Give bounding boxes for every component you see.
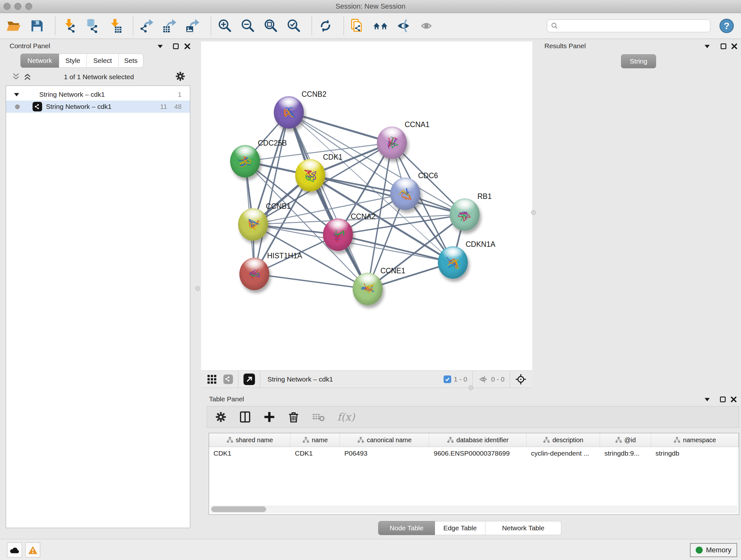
network-edge[interactable] [289, 112, 367, 289]
table-cell[interactable]: CDK1 [209, 447, 290, 460]
protein-structure-thumbnail [245, 216, 262, 234]
control-tab-select[interactable]: Select [87, 54, 119, 68]
help-button[interactable]: ? [719, 18, 735, 34]
save-session-button[interactable] [29, 18, 45, 34]
network-node-HIST1H1A[interactable] [239, 258, 269, 290]
network-edge-count: 48 [174, 103, 182, 111]
network-node-CCNB2[interactable] [274, 96, 304, 129]
tab-string[interactable]: String [621, 54, 656, 68]
column-header-namespace[interactable]: namespace [651, 433, 739, 447]
table-panel-close-button[interactable] [730, 396, 737, 403]
first-neighbors-button[interactable] [373, 18, 388, 34]
table-panel-menu-button[interactable] [704, 397, 711, 402]
network-options-gear-icon[interactable] [175, 71, 186, 82]
results-panel-menu-button[interactable] [704, 44, 711, 49]
table-row[interactable]: CDK1CDK1P064939606.ENSP00000378699cyclin… [209, 447, 739, 460]
tab-node-table[interactable]: Node Table [378, 521, 435, 535]
collapse-all-networks-icon[interactable] [11, 72, 20, 81]
table-panel-float-button[interactable] [719, 396, 726, 403]
column-header-canonical-name[interactable]: canonical name [340, 433, 429, 447]
table-cell[interactable]: stringdb:9... [600, 447, 651, 460]
table-options-gear-icon[interactable] [215, 411, 227, 423]
selected-checkbox[interactable] [444, 375, 451, 383]
birdseye-toggle-icon[interactable] [515, 374, 527, 385]
column-header-description[interactable]: description [527, 433, 600, 447]
zoom-fit-button[interactable] [263, 18, 278, 34]
column-header-database-identifier[interactable]: database identifier [429, 433, 527, 447]
show-grid-icon[interactable] [207, 374, 217, 384]
show-columns-icon[interactable] [239, 411, 251, 423]
network-node-CCNB1[interactable] [238, 208, 268, 241]
column-header-name[interactable]: name [290, 433, 340, 447]
network-node-CCNA1[interactable] [377, 126, 407, 159]
network-share-badge[interactable] [223, 374, 233, 384]
tab-network-table[interactable]: Network Table [485, 521, 561, 535]
control-tab-style[interactable]: Style [59, 54, 87, 68]
expand-all-networks-icon[interactable] [23, 72, 32, 81]
tree-collapse-icon[interactable] [14, 92, 19, 97]
open-session-button[interactable] [6, 18, 22, 34]
control-panel-float-button[interactable] [172, 43, 179, 50]
import-table-from-file-button[interactable] [107, 18, 123, 34]
network-tree-root-row[interactable]: String Network – cdk1 1 [6, 88, 190, 101]
new-network-from-selection-button[interactable] [350, 18, 365, 34]
svg-text:?: ? [724, 20, 730, 31]
export-network-button[interactable] [139, 18, 154, 34]
hidden-items-icon[interactable] [478, 374, 488, 384]
export-image-button[interactable] [185, 18, 200, 34]
table-cell[interactable]: P06493 [340, 447, 429, 460]
add-column-icon[interactable] [263, 411, 275, 423]
import-network-from-file-button[interactable] [61, 18, 77, 34]
table-horizontal-scrollbar[interactable] [210, 505, 738, 513]
table-cell[interactable]: 9606.ENSP00000378699 [429, 447, 527, 460]
tab-edge-table[interactable]: Edge Table [435, 521, 485, 535]
column-header-shared-name[interactable]: shared name [209, 433, 290, 447]
network-node-CDKN1A[interactable] [438, 246, 468, 279]
table-cell[interactable]: stringdb [651, 447, 739, 460]
search-input[interactable] [561, 22, 707, 30]
detach-view-button[interactable] [244, 374, 255, 385]
table-cell[interactable]: cyclin-dependent ... [527, 447, 600, 460]
results-panel-float-button[interactable] [720, 43, 727, 50]
column-header-label: namespace [683, 436, 716, 444]
network-tree-child-row[interactable]: String Network – cdk1 11 48 [6, 101, 190, 113]
network-node-CDC25B[interactable] [230, 145, 260, 178]
network-node-CCNA2[interactable] [323, 219, 353, 251]
zoom-out-button[interactable] [240, 18, 255, 34]
left-splitter-grip[interactable] [195, 286, 200, 291]
network-edge[interactable] [289, 112, 392, 143]
scrollbar-thumb[interactable] [211, 506, 266, 512]
current-network-name: String Network – cdk1 [267, 375, 333, 383]
hide-selected-button[interactable] [396, 18, 411, 34]
right-splitter-grip[interactable] [531, 210, 536, 215]
control-panel-menu-button[interactable] [157, 44, 163, 49]
zoom-selected-button[interactable] [286, 18, 301, 34]
control-panel: Control Panel NetworkStyleSelectSets 1 o… [0, 39, 198, 539]
show-all-button[interactable] [419, 18, 434, 34]
warnings-button[interactable] [25, 543, 40, 557]
zoom-in-button[interactable] [217, 18, 232, 34]
network-node-CDC6[interactable] [390, 178, 420, 210]
table-cell[interactable]: CDK1 [290, 447, 340, 460]
column-header--id[interactable]: @id [600, 433, 651, 447]
network-canvas[interactable]: CCNB2 CCNA1 CDC25B CDK1 CDC6 RB1 CCNB1 C… [201, 42, 532, 370]
export-table-button[interactable] [162, 18, 178, 34]
network-node-RB1[interactable] [450, 198, 480, 231]
control-tab-network[interactable]: Network [20, 54, 59, 68]
apply-layout-button[interactable] [318, 18, 333, 34]
network-edge[interactable] [254, 274, 367, 289]
import-network-from-database-button[interactable] [84, 18, 99, 34]
network-node-CDK1[interactable] [295, 159, 325, 192]
delete-column-icon[interactable] [287, 411, 300, 423]
network-edge[interactable] [254, 112, 289, 274]
network-node-CCNE1[interactable] [353, 273, 383, 305]
control-tab-sets[interactable]: Sets [119, 54, 143, 68]
network-graph [201, 42, 532, 370]
bottom-splitter-grip[interactable] [468, 385, 473, 390]
cloud-status-button[interactable] [7, 543, 22, 557]
protein-structure-thumbnail [329, 226, 347, 245]
search-box[interactable] [547, 19, 711, 32]
control-panel-close-button[interactable] [184, 43, 191, 50]
memory-button[interactable]: Memory [690, 543, 737, 557]
results-panel-close-button[interactable] [731, 43, 738, 50]
